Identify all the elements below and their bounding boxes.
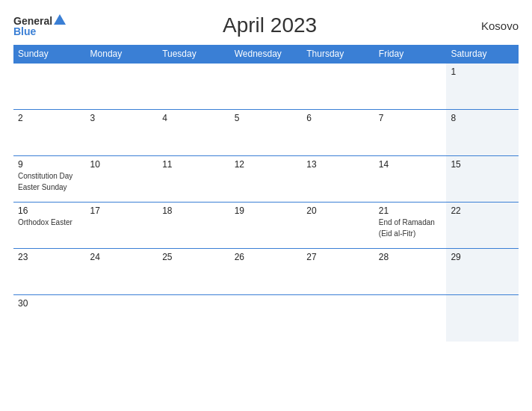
calendar-cell: 15 [446, 156, 519, 203]
day-number: 27 [306, 252, 370, 262]
weekday-header: Wednesday [230, 45, 303, 64]
calendar-cell: 18 [158, 203, 230, 249]
day-number: 20 [306, 206, 370, 216]
calendar-cell: 2 [13, 110, 86, 156]
weekday-header: Sunday [13, 45, 86, 64]
day-number: 11 [162, 159, 226, 170]
calendar-table: SundayMondayTuesdayWednesdayThursdayFrid… [13, 45, 519, 342]
calendar-cell [374, 64, 447, 110]
calendar-event: Easter Sunday [18, 182, 81, 192]
calendar-cell: 20 [302, 203, 374, 249]
day-number: 23 [18, 252, 81, 262]
day-number: 6 [306, 113, 370, 123]
day-number: 3 [90, 113, 154, 123]
day-number: 1 [451, 67, 514, 77]
logo-general: General [13, 16, 52, 26]
calendar-page: General Blue April 2023 Kosovo SundayMon… [0, 0, 532, 411]
day-number: 5 [235, 113, 298, 123]
calendar-cell: 4 [158, 110, 230, 156]
calendar-cell [374, 295, 447, 342]
calendar-cell: 30 [13, 295, 86, 342]
calendar-cell [158, 295, 230, 342]
day-number: 21 [379, 206, 442, 216]
day-number: 4 [162, 113, 226, 123]
calendar-cell: 10 [86, 156, 158, 203]
calendar-cell: 11 [158, 156, 230, 203]
calendar-cell: 19 [230, 203, 303, 249]
calendar-cell: 28 [374, 249, 447, 295]
calendar-cell [86, 295, 158, 342]
calendar-cell: 13 [302, 156, 374, 203]
day-number: 16 [18, 206, 81, 216]
calendar-event: End of Ramadan [379, 217, 442, 227]
day-number: 2 [18, 113, 81, 123]
calendar-cell: 1 [446, 64, 519, 110]
calendar-cell: 8 [446, 110, 519, 156]
calendar-cell [302, 64, 374, 110]
calendar-cell: 7 [374, 110, 447, 156]
calendar-cell [302, 295, 374, 342]
logo-triangle-icon [54, 14, 66, 25]
day-number: 26 [235, 252, 298, 262]
calendar-cell: 17 [86, 203, 158, 249]
calendar-cell [13, 64, 86, 110]
calendar-cell: 22 [446, 203, 519, 249]
day-number: 14 [379, 159, 442, 170]
calendar-cell: 9Constitution DayEaster Sunday [13, 156, 86, 203]
calendar-cell: 21End of Ramadan(Eid al-Fitr) [374, 203, 447, 249]
calendar-cell: 6 [302, 110, 374, 156]
calendar-cell [446, 295, 519, 342]
day-number: 18 [162, 206, 226, 216]
calendar-cell [230, 64, 303, 110]
calendar-cell: 29 [446, 249, 519, 295]
weekday-header: Saturday [446, 45, 519, 64]
calendar-cell: 5 [230, 110, 303, 156]
calendar-cell [230, 295, 303, 342]
calendar-cell: 12 [230, 156, 303, 203]
calendar-title: April 2023 [66, 13, 474, 37]
day-number: 8 [451, 113, 514, 123]
calendar-cell: 26 [230, 249, 303, 295]
day-number: 13 [306, 159, 370, 170]
calendar-cell [158, 64, 230, 110]
day-number: 29 [451, 252, 514, 262]
calendar-cell: 24 [86, 249, 158, 295]
calendar-header: General Blue April 2023 Kosovo [13, 13, 519, 37]
weekday-header: Thursday [302, 45, 374, 64]
calendar-body: 123456789Constitution DayEaster Sunday10… [13, 64, 519, 342]
day-number: 17 [90, 206, 154, 216]
calendar-header-row: SundayMondayTuesdayWednesdayThursdayFrid… [13, 45, 519, 64]
day-number: 22 [451, 206, 514, 216]
logo-blue: Blue [13, 26, 36, 37]
day-number: 10 [90, 159, 154, 170]
day-number: 15 [451, 159, 514, 170]
day-number: 25 [162, 252, 226, 262]
day-number: 7 [379, 113, 442, 123]
calendar-cell: 27 [302, 249, 374, 295]
day-number: 19 [235, 206, 298, 216]
calendar-cell: 23 [13, 249, 86, 295]
calendar-cell: 16Orthodox Easter [13, 203, 86, 249]
calendar-cell [86, 64, 158, 110]
calendar-event: Constitution Day [18, 171, 81, 181]
calendar-event: (Eid al-Fitr) [379, 229, 442, 238]
weekday-header: Monday [86, 45, 158, 64]
day-number: 24 [90, 252, 154, 262]
calendar-cell: 14 [374, 156, 447, 203]
day-number: 12 [235, 159, 298, 170]
calendar-event: Orthodox Easter [18, 217, 81, 227]
day-number: 9 [18, 159, 81, 170]
calendar-cell: 25 [158, 249, 230, 295]
day-number: 28 [379, 252, 442, 262]
day-number: 30 [18, 298, 81, 309]
weekday-header: Tuesday [158, 45, 230, 64]
logo: General Blue [13, 14, 66, 37]
calendar-cell: 3 [86, 110, 158, 156]
weekday-header: Friday [374, 45, 447, 64]
country-name: Kosovo [474, 19, 519, 32]
